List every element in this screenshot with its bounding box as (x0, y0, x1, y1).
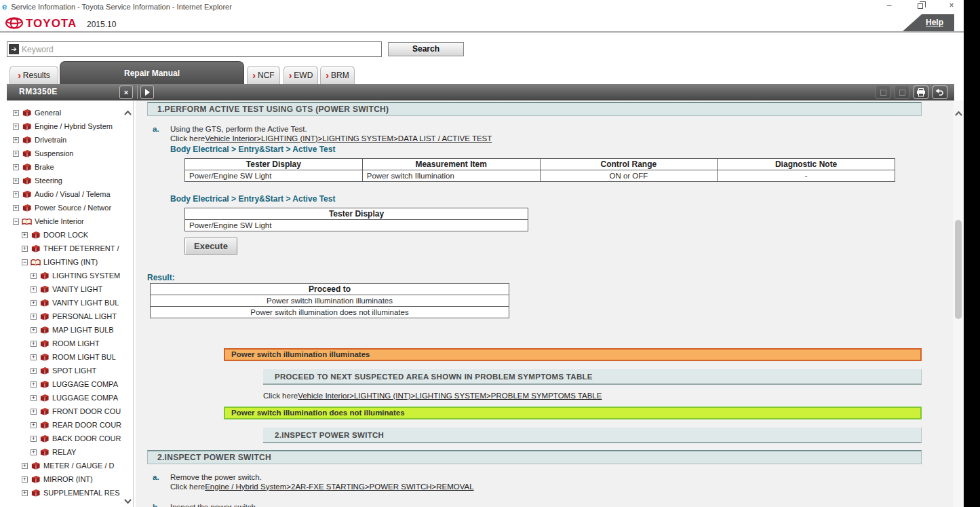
expand-icon[interactable]: + (31, 368, 37, 374)
minimize-button[interactable]: – (884, 1, 895, 11)
tree-item-general[interactable]: +General (0, 106, 124, 119)
execute-button[interactable]: Execute (184, 238, 237, 255)
tree-item-brake[interactable]: +Brake (0, 160, 124, 174)
close-tree-button[interactable]: × (119, 86, 133, 99)
collapse-icon[interactable]: − (13, 219, 19, 225)
sidebar-scroll-down[interactable] (123, 495, 133, 507)
tree-item-personal-light[interactable]: +PERSONAL LIGHT (0, 309, 124, 323)
sidebar-scroll-up[interactable] (123, 107, 133, 119)
expand-icon[interactable]: + (22, 232, 28, 238)
tree-item-steering[interactable]: +Steering (0, 174, 124, 187)
book-closed-icon (31, 475, 41, 484)
tree-item-supplemental-res[interactable]: +SUPPLEMENTAL RES (0, 486, 124, 500)
tree-item-label: Audio / Visual / Telema (35, 190, 111, 198)
tree-item-meter-gauge-d[interactable]: +METER / GAUGE / D (0, 459, 124, 472)
expand-icon[interactable]: + (13, 164, 19, 170)
expand-icon[interactable]: + (13, 191, 19, 198)
tree-item-suspension[interactable]: +Suspension (0, 147, 124, 160)
tree-item-luggage-compa[interactable]: +LUGGAGE COMPA (0, 391, 124, 405)
chevron-up-icon (124, 111, 132, 115)
tree-item-theft-deterrent[interactable]: +THEFT DETERRENT / (0, 242, 124, 255)
section2-heading: 2.INSPECT POWER SWITCH (147, 450, 922, 464)
tree-item-label: MAP LIGHT BULB (52, 326, 114, 334)
help-button[interactable]: Help (903, 14, 954, 31)
expand-icon[interactable]: + (13, 137, 19, 143)
search-button[interactable]: Search (388, 42, 464, 56)
book-closed-icon (39, 312, 50, 321)
tab-chevron-icon: › (326, 72, 329, 79)
power-switch-removal-link[interactable]: Engine / Hybrid System>2AR-FXE STARTING>… (205, 483, 474, 491)
expand-icon[interactable]: + (13, 124, 19, 130)
expand-icon[interactable]: + (31, 314, 37, 320)
collapse-icon[interactable]: − (22, 259, 28, 265)
svg-text:TOYOTA: TOYOTA (26, 17, 77, 30)
result-banner-not-illuminates: Power switch illumination does not illum… (224, 407, 922, 419)
tree-item-vanity-light[interactable]: +VANITY LIGHT (0, 282, 124, 296)
expand-icon[interactable]: + (31, 286, 37, 293)
expand-icon[interactable]: + (31, 341, 37, 347)
search-go-icon[interactable]: ➔ (9, 44, 19, 54)
expand-icon[interactable]: + (22, 246, 28, 252)
tree-item-room-light-bul[interactable]: +ROOM LIGHT BUL (0, 350, 124, 364)
content-scroll-up[interactable] (953, 107, 964, 119)
book-closed-icon (39, 380, 50, 389)
document-content: 1.PERFORM ACTIVE TEST USING GTS (POWER S… (136, 100, 953, 507)
print-button[interactable] (914, 86, 928, 99)
expand-icon[interactable]: + (22, 476, 28, 483)
expand-icon[interactable]: + (31, 409, 37, 415)
tab-repair-manual[interactable]: Repair Manual (60, 61, 244, 84)
tab-brm[interactable]: ›BRM (320, 66, 355, 84)
step-text: Remove the power switch. (170, 473, 262, 481)
toolbar-separator (137, 86, 138, 99)
expand-icon[interactable]: + (31, 449, 37, 455)
expand-icon[interactable]: + (31, 422, 37, 428)
expand-icon[interactable]: + (31, 354, 37, 360)
tree-item-lighting-system[interactable]: +LIGHTING SYSTEM (0, 269, 124, 282)
expand-icon[interactable]: + (31, 273, 37, 279)
tree-item-door-lock[interactable]: +DOOR LOCK (0, 228, 124, 242)
expand-icon[interactable]: + (31, 395, 37, 401)
tree-item-vehicle-interior[interactable]: −Vehicle Interior (0, 214, 124, 228)
problem-symptoms-link[interactable]: Vehicle Interior>LIGHTING (INT)>LIGHTING… (298, 392, 602, 400)
tree-item-map-light-bulb[interactable]: +MAP LIGHT BULB (0, 323, 124, 337)
tree-item-room-light[interactable]: +ROOM LIGHT (0, 337, 124, 350)
content-scroll-thumb[interactable] (955, 220, 962, 319)
search-input[interactable] (19, 43, 381, 56)
tab-results[interactable]: ›Results (9, 66, 58, 84)
tree-item-rear-door-cour[interactable]: +REAR DOOR COUR (0, 418, 124, 432)
app-window: e Service Information - Toyota Service I… (0, 0, 964, 507)
tree-item-back-door-cour[interactable]: +BACK DOOR COUR (0, 432, 124, 445)
tree-item-label: PERSONAL LIGHT (52, 312, 117, 320)
tree-item-mirror-int[interactable]: +MIRROR (INT) (0, 472, 124, 486)
expand-icon[interactable]: + (22, 490, 28, 496)
expand-icon[interactable]: + (13, 178, 19, 184)
tree-item-relay[interactable]: +RELAY (0, 445, 124, 459)
expand-icon[interactable]: + (31, 436, 37, 442)
tree-item-engine-hybrid-system[interactable]: +Engine / Hybrid System (0, 119, 124, 133)
tree-item-audio-visual-telema[interactable]: +Audio / Visual / Telema (0, 187, 124, 201)
tree-item-lighting-int[interactable]: −LIGHTING (INT) (0, 255, 124, 269)
datalist-active-test-link[interactable]: Vehicle Interior>LIGHTING (INT)>LIGHTING… (205, 134, 492, 143)
tab-ncf[interactable]: ›NCF (247, 66, 280, 84)
expand-icon[interactable]: + (13, 205, 19, 211)
expand-icon[interactable]: + (22, 463, 28, 469)
tree-item-power-source-networ[interactable]: +Power Source / Networ (0, 201, 124, 214)
tree-item-drivetrain[interactable]: +Drivetrain (0, 133, 124, 147)
tab-ewd[interactable]: ›EWD (283, 66, 318, 84)
tree-item-vanity-light-bul[interactable]: +VANITY LIGHT BUL (0, 296, 124, 309)
expand-icon[interactable]: + (13, 110, 19, 116)
restore-button[interactable] (915, 1, 926, 11)
tree-item-luggage-compa[interactable]: +LUGGAGE COMPA (0, 377, 124, 391)
tree-item-spot-light[interactable]: +SPOT LIGHT (0, 364, 124, 377)
expand-icon[interactable]: + (31, 300, 37, 306)
content-scrollbar[interactable] (953, 100, 964, 507)
expand-icon[interactable]: + (31, 381, 37, 388)
back-button[interactable] (933, 86, 947, 99)
expand-icon[interactable]: + (31, 327, 37, 333)
table-cell: Power switch illumination illuminates (151, 295, 509, 307)
tree-item-front-door-cou[interactable]: +FRONT DOOR COU (0, 405, 124, 418)
expand-panel-button[interactable] (140, 86, 154, 99)
expand-icon[interactable]: + (13, 151, 19, 157)
tab-row: ›ResultsRepair Manual›NCF›EWD›BRM (0, 60, 964, 84)
close-button[interactable]: × (946, 1, 957, 11)
